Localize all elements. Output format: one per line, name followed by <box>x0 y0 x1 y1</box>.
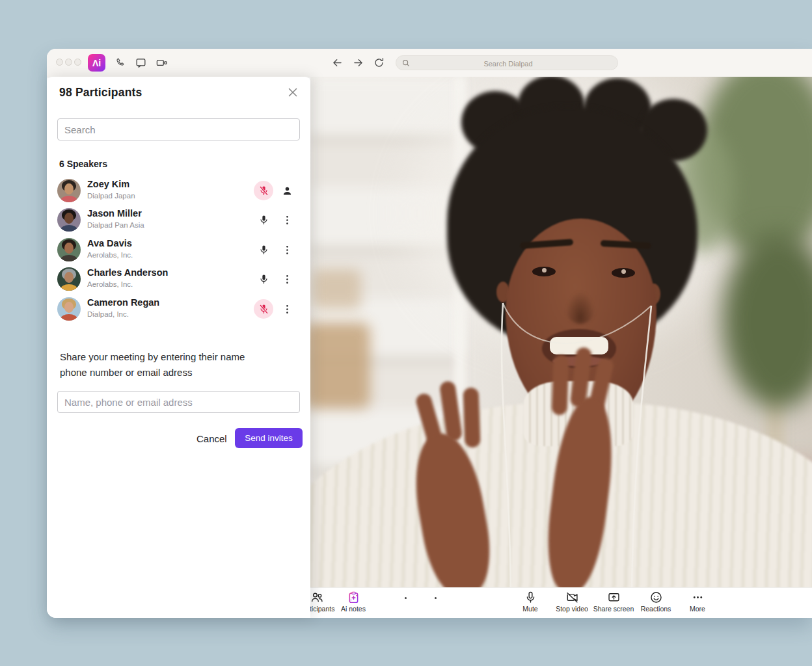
participant-name: Zoey Kim <box>87 179 129 189</box>
participant-name: Ava Davis <box>87 238 132 248</box>
participant-org: Aerolabs, Inc. <box>87 280 133 288</box>
video-tab-icon[interactable] <box>156 57 168 69</box>
window-titlebar: Λi <box>47 49 812 77</box>
toolbar-mute-label: Mute <box>522 605 537 613</box>
phone-tab-icon[interactable] <box>115 57 127 69</box>
kebab-menu-icon[interactable] <box>280 271 294 287</box>
toolbar-stop-video-label: Stop video <box>556 605 588 613</box>
avatar <box>57 297 81 321</box>
avatar <box>57 267 81 291</box>
kebab-menu-icon[interactable] <box>280 301 294 317</box>
toolbar-more-button[interactable]: More <box>668 591 727 613</box>
nav-reload-icon[interactable] <box>373 57 385 69</box>
participants-panel-title: 98 Participants <box>59 86 142 100</box>
mic-on-icon[interactable] <box>254 269 273 289</box>
avatar <box>57 208 81 232</box>
video-feed <box>310 77 812 587</box>
desktop-background: Λi <box>0 0 812 666</box>
mic-on-icon[interactable] <box>254 210 273 230</box>
smiley-icon <box>649 591 663 604</box>
share-screen-icon <box>607 591 621 604</box>
participants-search-input[interactable] <box>57 118 300 140</box>
invite-input[interactable] <box>57 391 300 413</box>
toolbar-more-label: More <box>690 605 705 613</box>
traffic-light-minimize[interactable] <box>65 59 72 66</box>
participant-org: Dialpad, Inc. <box>87 310 129 318</box>
toolbar-ai-notes-label: Ai notes <box>341 605 366 613</box>
speakers-section-header: 6 Speakers <box>59 159 107 169</box>
participant-row: Cameron Regan Dialpad, Inc. <box>47 296 310 322</box>
nav-back-icon[interactable] <box>331 57 344 69</box>
avatar <box>57 179 81 202</box>
dialpad-ai-logo-glyph: Λi <box>92 58 101 68</box>
traffic-light-zoom[interactable] <box>74 59 81 66</box>
microphone-icon <box>524 591 537 604</box>
toolbar-ai-notes-button[interactable]: Ai notes <box>324 591 383 613</box>
mic-muted-icon[interactable] <box>254 181 273 200</box>
participant-name: Charles Anderson <box>87 267 168 278</box>
nav-forward-icon[interactable] <box>352 57 364 69</box>
more-dots-icon <box>691 591 705 604</box>
mic-muted-icon[interactable] <box>254 299 273 319</box>
participant-name: Jason Miller <box>87 208 142 219</box>
kebab-menu-icon[interactable] <box>280 212 294 228</box>
participants-icon <box>310 591 324 604</box>
global-search-bar[interactable] <box>396 55 618 70</box>
video-off-icon <box>565 591 579 604</box>
global-search-input[interactable] <box>396 56 620 71</box>
participant-org: Dialpad Pan Asia <box>87 221 144 229</box>
kebab-menu-icon[interactable] <box>280 242 294 258</box>
meeting-toolbar: Participants Ai notes <box>310 587 812 618</box>
participant-org: Dialpad Japan <box>87 192 135 200</box>
send-invites-button[interactable]: Send invites <box>235 428 303 448</box>
dialpad-ai-logo: Λi <box>88 54 105 72</box>
participants-panel: 98 Participants 6 Speakers Zoey Kim Dial… <box>47 77 310 618</box>
ai-notes-icon <box>347 591 360 604</box>
participant-row: Ava Davis Aerolabs, Inc. <box>47 237 310 263</box>
mic-on-icon[interactable] <box>254 240 273 260</box>
invite-description: Share your meeting by entering their nam… <box>60 349 275 380</box>
traffic-light-close[interactable] <box>56 59 63 66</box>
participant-org: Aerolabs, Inc. <box>87 251 133 259</box>
avatar <box>57 238 81 261</box>
person-icon[interactable] <box>280 183 294 198</box>
toolbar-separator-dot <box>435 597 437 599</box>
participant-row: Jason Miller Dialpad Pan Asia <box>47 207 310 233</box>
dialpad-app-window: Λi <box>47 49 812 618</box>
participant-row: Charles Anderson Aerolabs, Inc. <box>47 266 310 292</box>
close-icon[interactable] <box>286 85 300 100</box>
messages-tab-icon[interactable] <box>135 57 147 69</box>
toolbar-more-options-label: Reactions <box>641 605 671 613</box>
earphone-wires <box>310 77 812 587</box>
participant-name: Cameron Regan <box>87 297 159 308</box>
participant-row: Zoey Kim Dialpad Japan <box>47 178 310 204</box>
toolbar-separator-dot <box>405 597 407 599</box>
cancel-button[interactable]: Cancel <box>193 433 231 445</box>
